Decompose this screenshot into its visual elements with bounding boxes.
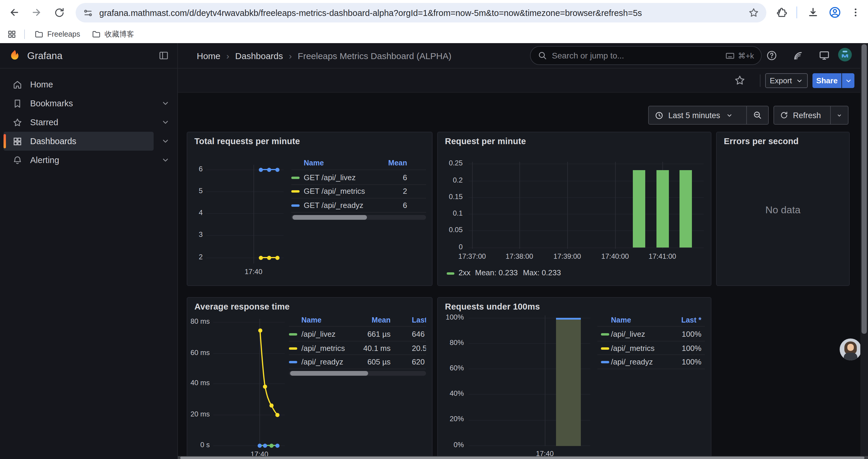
chart-area[interactable] bbox=[469, 316, 590, 446]
legend-header-name[interactable]: Name bbox=[301, 316, 321, 325]
scrollbar-thumb[interactable] bbox=[292, 215, 367, 220]
panel-title[interactable]: Request per minute bbox=[445, 136, 526, 146]
breadcrumb-home[interactable]: Home bbox=[197, 51, 220, 61]
series-marker bbox=[289, 361, 297, 363]
favorite-star-icon[interactable] bbox=[734, 74, 746, 86]
browser-reload-icon[interactable] bbox=[52, 5, 66, 20]
dashboard-canvas: Last 5 minutes Refresh Total requests pe… bbox=[178, 93, 868, 459]
panel-title[interactable]: Requests under 100ms bbox=[445, 302, 540, 311]
bookmark-label: Freeleaps bbox=[47, 30, 80, 38]
site-settings-icon[interactable] bbox=[83, 7, 93, 18]
sidebar-item-bookmarks[interactable]: Bookmarks bbox=[4, 94, 154, 113]
search-input[interactable]: Search or jump to... ⌘+k bbox=[530, 46, 762, 65]
panel-requests-under-100ms: Requests under 100ms 100% 80% 60% 40% 20… bbox=[437, 297, 711, 459]
bookmark-star-icon[interactable] bbox=[748, 7, 759, 18]
x-tick: 17:40 bbox=[239, 268, 268, 276]
y-tick: 0.15 bbox=[439, 193, 463, 201]
bookmark-folder-freeleaps[interactable]: Freeleaps bbox=[34, 28, 80, 40]
download-icon[interactable] bbox=[806, 5, 820, 20]
chevron-down-icon[interactable] bbox=[161, 136, 170, 146]
chart-area[interactable] bbox=[213, 319, 285, 448]
legend-header-mean[interactable]: Mean bbox=[372, 316, 391, 325]
refresh-icon bbox=[780, 111, 788, 119]
legend-scrollbar[interactable] bbox=[289, 371, 426, 376]
breadcrumb-separator: › bbox=[289, 51, 292, 61]
scrollbar-thumb[interactable] bbox=[290, 371, 368, 376]
sidebar-item-home[interactable]: Home bbox=[4, 75, 154, 94]
sidebar-item-starred[interactable]: Starred bbox=[4, 113, 154, 132]
sidebar-item-dashboards[interactable]: Dashboards bbox=[4, 132, 154, 151]
legend-header-name[interactable]: Name bbox=[304, 158, 324, 168]
y-tick: 5 bbox=[191, 187, 203, 196]
chevron-down-icon[interactable] bbox=[161, 99, 170, 108]
zoom-out-button[interactable] bbox=[747, 106, 768, 124]
export-button[interactable]: Export bbox=[765, 73, 808, 88]
profile-icon[interactable] bbox=[828, 5, 842, 20]
share-button[interactable]: Share bbox=[812, 73, 841, 88]
chevron-down-icon[interactable] bbox=[161, 118, 170, 127]
y-tick: 60 ms bbox=[187, 349, 210, 357]
legend-series-last: 20.5 ms bbox=[412, 342, 426, 355]
url-text[interactable]: grafana.mathmast.com/d/deytv4rwavabkb/fr… bbox=[99, 8, 748, 18]
bookmarks-divider bbox=[24, 30, 25, 39]
browser-menu-icon[interactable] bbox=[848, 5, 863, 20]
legend-series-name[interactable]: /api/_readyz bbox=[301, 356, 343, 369]
legend-series-name[interactable]: /api/_readyz bbox=[611, 356, 653, 369]
news-icon[interactable] bbox=[790, 48, 805, 63]
panel-title[interactable]: Errors per second bbox=[724, 136, 799, 146]
row-separator bbox=[291, 198, 426, 198]
panel-title[interactable]: Total requests per minute bbox=[194, 136, 300, 146]
sidebar-item-label: Starred bbox=[30, 118, 58, 127]
extensions-icon[interactable] bbox=[775, 5, 789, 20]
chart-area[interactable] bbox=[205, 162, 285, 268]
chevron-down-icon bbox=[796, 77, 803, 84]
legend-series-name[interactable]: GET /api/_readyz bbox=[304, 199, 363, 212]
chevron-down-icon[interactable] bbox=[161, 155, 170, 165]
bookmark-folder-blogs[interactable]: 收藏博客 bbox=[92, 28, 134, 40]
legend-series-name[interactable]: /api/_livez bbox=[611, 328, 645, 341]
x-tick: 17:41:00 bbox=[644, 252, 681, 261]
legend-mean: Mean: 0.233 bbox=[475, 268, 518, 277]
series-marker bbox=[291, 177, 300, 179]
apps-grid-icon[interactable] bbox=[7, 30, 17, 39]
row-separator bbox=[291, 169, 426, 170]
y-tick: 20 ms bbox=[187, 410, 210, 419]
share-menu-button[interactable] bbox=[842, 73, 855, 88]
legend-header-last[interactable]: Last * bbox=[681, 316, 701, 325]
legend-series-value: 100% bbox=[682, 356, 702, 369]
legend-series-mean: 40.1 ms bbox=[363, 342, 391, 355]
legend-scrollbar[interactable] bbox=[291, 215, 426, 220]
legend-header-mean[interactable]: Mean bbox=[388, 158, 407, 168]
vertical-scrollbar[interactable] bbox=[860, 43, 868, 459]
dock-menu-icon[interactable] bbox=[158, 50, 169, 61]
legend-header-name[interactable]: Name bbox=[611, 316, 631, 325]
row-separator bbox=[289, 341, 426, 341]
help-icon[interactable] bbox=[765, 48, 779, 63]
legend-header-last[interactable]: Last * bbox=[412, 316, 426, 325]
refresh-button[interactable]: Refresh bbox=[774, 106, 830, 124]
series-marker bbox=[447, 272, 454, 275]
floating-assistant-avatar[interactable] bbox=[840, 338, 862, 360]
legend-series-name[interactable]: /api/_livez bbox=[301, 328, 336, 341]
legend-series-last: 620 µs bbox=[412, 356, 426, 369]
chart-area[interactable] bbox=[469, 162, 704, 249]
legend-series-name[interactable]: GET /api/_metrics bbox=[304, 185, 365, 198]
monitor-icon[interactable] bbox=[817, 48, 831, 63]
sidebar-item-alerting[interactable]: Alerting bbox=[4, 151, 154, 169]
browser-forward-icon[interactable] bbox=[30, 5, 44, 20]
address-bar[interactable]: grafana.mathmast.com/d/deytv4rwavabkb/fr… bbox=[75, 3, 766, 23]
legend-series-name[interactable]: GET /api/_livez bbox=[304, 171, 356, 184]
legend-series-name[interactable]: 2xx bbox=[459, 268, 470, 277]
panel-title[interactable]: Average response time bbox=[194, 302, 289, 311]
time-range-picker[interactable]: Last 5 minutes bbox=[649, 106, 746, 124]
user-avatar[interactable] bbox=[838, 47, 852, 61]
scrollbar-thumb[interactable] bbox=[862, 44, 867, 334]
scrollbar-thumb[interactable] bbox=[180, 457, 864, 459]
legend-series-name[interactable]: /api/_metrics bbox=[611, 342, 654, 355]
breadcrumb-dashboards[interactable]: Dashboards bbox=[235, 51, 283, 61]
refresh-interval-button[interactable] bbox=[831, 106, 848, 124]
row-separator bbox=[597, 369, 705, 369]
dashboard-subheader: Export Share bbox=[178, 68, 868, 93]
legend-series-name[interactable]: /api/_metrics bbox=[301, 342, 345, 355]
horizontal-scrollbar[interactable] bbox=[178, 456, 868, 459]
